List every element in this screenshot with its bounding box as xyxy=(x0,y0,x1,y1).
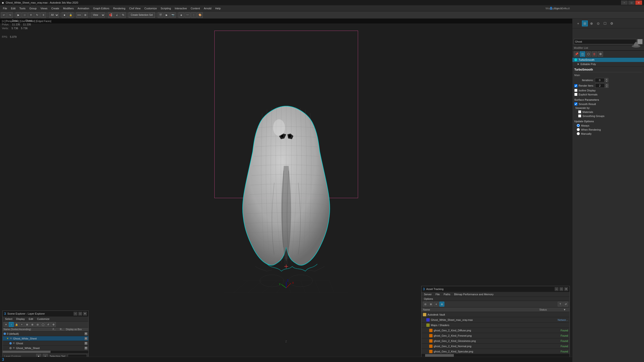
mirror-button[interactable]: ⟺ xyxy=(76,12,82,18)
at-collapse-btn[interactable]: ⊟ xyxy=(423,302,428,307)
rp-utilities-btn[interactable]: ⚙ xyxy=(609,20,614,26)
render-setup-button[interactable]: 🎬 xyxy=(158,12,163,18)
create-selection-set-button[interactable]: Create Selection Set xyxy=(128,12,155,18)
angle-snap-button[interactable]: ∠ xyxy=(114,12,120,18)
filter-dropdown[interactable]: All xyxy=(49,12,59,18)
menu-file[interactable]: File xyxy=(1,6,9,11)
show-end-result-btn[interactable]: ◫ xyxy=(580,51,585,57)
render-frame-button[interactable]: 📷 xyxy=(170,12,176,18)
redo-button[interactable]: ↪ xyxy=(7,12,13,18)
at-menu-file[interactable]: File xyxy=(434,292,441,296)
at-row-normal[interactable]: ghost_Geo_2_Kind_Normal.png Found xyxy=(422,344,570,349)
align-button[interactable]: ⊞ xyxy=(82,12,88,18)
rp-hierarchy-btn[interactable]: ⊕ xyxy=(589,20,594,26)
at-row-fresnel[interactable]: ghost_Geo_2_Kind_Fresnel.png Found xyxy=(422,333,570,338)
se-settings-btn[interactable]: ⚙ xyxy=(51,322,56,327)
menu-graph-editors[interactable]: Graph Editors xyxy=(91,6,111,11)
minimize-button[interactable]: − xyxy=(621,0,628,5)
select-region-button[interactable]: □ xyxy=(22,12,28,18)
se-maximize-btn[interactable]: □ xyxy=(78,312,82,316)
se-row-default[interactable]: 0 (default) 👁 xyxy=(3,331,88,336)
menu-animation[interactable]: Animation xyxy=(76,6,91,11)
at-row-specular[interactable]: ghost_Geo_2_Kind_Specular.png Found xyxy=(422,349,570,354)
material-editor-button[interactable]: ◈ xyxy=(178,12,184,18)
se-menu-edit[interactable]: Edit xyxy=(27,317,35,321)
at-expand-btn[interactable]: ⊞ xyxy=(428,302,433,307)
selection-lock-button[interactable]: 🔒 xyxy=(68,12,74,18)
close-button[interactable]: ✕ xyxy=(636,0,642,5)
ts-smooth-result-check[interactable] xyxy=(574,102,578,105)
menu-tools[interactable]: Tools xyxy=(18,6,28,11)
ts-render-iters-input[interactable] xyxy=(595,83,605,88)
menu-help[interactable]: Help xyxy=(214,6,223,11)
snap-button[interactable]: 🧲 xyxy=(108,12,114,18)
se-row-ghost-white-sheet[interactable]: ▼ 👁 Ghost_White_Sheet 👁 xyxy=(3,336,88,341)
maximize-button[interactable]: □ xyxy=(628,0,635,5)
rp-create-btn[interactable]: + xyxy=(575,20,581,26)
scale-button[interactable]: ⧖ xyxy=(40,12,46,18)
at-help-btn[interactable]: ? xyxy=(558,302,562,307)
at-maximize-btn[interactable]: □ xyxy=(560,287,563,291)
percent-snap-button[interactable]: % xyxy=(120,12,126,18)
configure-modifier-sets-btn[interactable]: ⚙ xyxy=(598,51,603,57)
se-sort-btn[interactable]: ↕ xyxy=(9,322,14,327)
ts-always-radio[interactable] xyxy=(577,124,580,127)
se-menu-select[interactable]: Select xyxy=(4,317,14,321)
modifier-editable-poly[interactable]: Editable Poly xyxy=(572,62,644,66)
menu-modifiers[interactable]: Modifiers xyxy=(61,6,76,11)
se-add-btn[interactable]: + xyxy=(20,322,24,327)
rp-motion-btn[interactable]: ⊙ xyxy=(596,20,601,26)
se-row-ghost[interactable]: 👁 Ghost 👁 xyxy=(3,341,88,346)
select-all-button[interactable]: ■ xyxy=(62,12,67,18)
at-row-diffuse[interactable]: ghost_Geo_2_Kind_Diffuse.png Found xyxy=(422,328,570,333)
modifier-turbosmooth[interactable]: TurboSmooth xyxy=(572,58,644,62)
at-refresh-btn[interactable]: ↺ xyxy=(563,302,568,307)
menu-arnold[interactable]: Arnold xyxy=(202,6,214,11)
se-filter-btn[interactable]: ⊞ xyxy=(25,322,30,327)
color-clipboard-button[interactable]: 🎨 xyxy=(197,12,203,18)
menu-edit[interactable]: Edit xyxy=(9,6,18,11)
schematic-button[interactable]: ⋮ xyxy=(191,12,196,18)
se-minimize-btn[interactable]: ─ xyxy=(74,312,77,316)
ts-smoothing-groups-check[interactable] xyxy=(578,114,581,117)
menu-scripting[interactable]: Scripting xyxy=(159,6,173,11)
se-refresh-btn[interactable]: ↺ xyxy=(46,322,50,327)
ts-render-iters-up[interactable]: ▲ xyxy=(605,83,608,86)
ts-iterations-down[interactable]: ▼ xyxy=(605,80,608,82)
at-menu-server[interactable]: Server xyxy=(423,292,432,296)
rp-modify-btn[interactable]: ⊞ xyxy=(582,20,588,26)
se-collapse-btn[interactable]: ⊟ xyxy=(35,322,40,327)
at-row-autodesk-vault[interactable]: Autodesk Vault xyxy=(422,312,570,317)
at-grid-btn[interactable]: ⊞ xyxy=(440,302,444,307)
move-button[interactable]: ✛ xyxy=(28,12,34,18)
menu-group[interactable]: Group xyxy=(27,6,38,11)
at-close-btn[interactable]: ✕ xyxy=(564,287,568,291)
at-row-glossiness[interactable]: ghost_Geo_2_Kind_Glossiness.png Found xyxy=(422,338,570,344)
menu-views[interactable]: Views xyxy=(38,6,49,11)
viewport-mode-dropdown[interactable]: View xyxy=(91,12,105,18)
se-row-gws-obj[interactable]: 👁 Ghost_White_Sheet 👁 xyxy=(3,346,88,351)
se-lock-btn[interactable]: 🔒 xyxy=(14,322,19,327)
se-scrollbar[interactable] xyxy=(3,351,88,353)
remove-modifier-btn[interactable]: 🗑 xyxy=(592,51,597,57)
se-close-btn[interactable]: ✕ xyxy=(83,312,87,316)
ts-iterations-up[interactable]: ▲ xyxy=(605,78,608,80)
ts-when-rendering-radio[interactable] xyxy=(577,128,580,131)
menu-create[interactable]: Create xyxy=(49,6,61,11)
menu-content[interactable]: Content xyxy=(189,6,202,11)
at-menu-bitmap-perf[interactable]: Bitmap Performance and Memory xyxy=(453,292,494,296)
ts-render-iters-down[interactable]: ▼ xyxy=(605,86,608,88)
at-row-max-file[interactable]: Ghost_White_Sheet_max_vray.max Networ... xyxy=(422,317,570,323)
ts-render-iters-check[interactable] xyxy=(574,84,578,87)
ts-materials-check[interactable] xyxy=(578,110,581,113)
ts-manually-radio[interactable] xyxy=(577,132,580,135)
rp-display-btn[interactable]: ☐ xyxy=(602,20,608,26)
ts-isoline-check[interactable] xyxy=(574,89,578,92)
ts-iterations-input[interactable]: 0 xyxy=(595,78,604,82)
ts-explicit-normals-check[interactable] xyxy=(574,93,578,96)
curve-editor-button[interactable]: 〰 xyxy=(185,12,190,18)
se-scrollbar-thumb[interactable] xyxy=(3,351,50,353)
menu-interactive[interactable]: Interactive xyxy=(173,6,189,11)
se-hide-btn[interactable]: ◯ xyxy=(40,322,45,327)
menu-customize[interactable]: Customize xyxy=(142,6,159,11)
